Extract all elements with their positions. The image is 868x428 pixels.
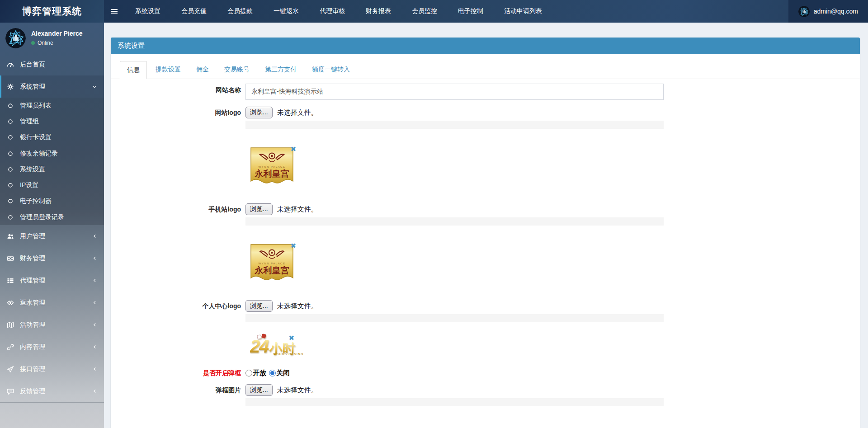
hamburger-icon	[111, 8, 118, 15]
remove-mobile-logo-icon[interactable]: ✖	[290, 242, 296, 249]
site-logo-upload-bar	[245, 121, 664, 129]
sidebar-subitem-system-settings[interactable]: 系统设置	[0, 161, 104, 177]
site-logo-preview: WYNN PALACE 永利皇宫 ✖	[250, 147, 294, 189]
sidebar-item-dashboard[interactable]: 后台首页	[0, 53, 104, 75]
sidebar-subitem-admin-login-log[interactable]: 管理员登录记录	[0, 209, 104, 225]
sidebar-item-content-management[interactable]: 内容管理	[0, 336, 104, 358]
popup-image-label: 弹框图片	[120, 384, 241, 406]
sidebar-item-user-management[interactable]: 用户管理	[0, 225, 104, 247]
sidebar-subitem-ip-settings[interactable]: IP设置	[0, 177, 104, 193]
sidebar-subitem-electronic-controller[interactable]: 电子控制器	[0, 193, 104, 209]
popup-open-radio[interactable]	[245, 370, 252, 376]
popup-close-radio[interactable]	[269, 370, 276, 376]
sidebar-subitem-bank-card-settings[interactable]: 银行卡设置	[0, 130, 104, 146]
tab-third-party-payment[interactable]: 第三方支付	[258, 61, 303, 79]
site-logo-no-file-text: 未选择文件。	[277, 108, 318, 117]
sidebar-subitem-admin-list[interactable]: 管理员列表	[0, 98, 104, 113]
navbar-links: 系统设置 会员充值 会员提款 一键返水 代理审核 财务报表 会员监控 电子控制 …	[125, 0, 552, 23]
sidebar-item-interface-management[interactable]: 接口管理	[0, 358, 104, 380]
personal-logo-upload-bar	[245, 314, 664, 322]
sidebar: Alexander Pierce Online 后台首页 系统管理 管理员列表 …	[0, 23, 104, 428]
tab-trade-account[interactable]: 交易账号	[217, 61, 256, 79]
tab-withdraw-settings[interactable]: 提款设置	[149, 61, 188, 79]
nav-item-system-settings[interactable]: 系统设置	[128, 0, 168, 23]
paper-plane-icon	[6, 366, 14, 373]
nav-item-activity-apply-list[interactable]: 活动申请列表	[497, 0, 549, 23]
mobile-logo-preview: WYNN PALACE 永利皇宫 ✖	[250, 244, 294, 286]
popup-image-no-file-text: 未选择文件。	[277, 386, 318, 395]
site-name-input[interactable]	[245, 84, 664, 100]
mobile-logo-label: 手机站logo	[120, 203, 241, 226]
content-area: 系统设置 信息 提款设置 佣金 交易账号 第三方支付 额度一键转入 网站名称	[104, 23, 868, 428]
circle-icon	[6, 214, 14, 221]
sidebar-menu: 后台首页 系统管理 管理员列表 管理组 银行卡设置 修改余额记录 系统设置	[0, 53, 104, 402]
user-email: admin@qq.com	[814, 8, 858, 15]
user-menu[interactable]: admin@qq.com	[788, 0, 868, 23]
nav-item-finance-report[interactable]: 财务报表	[359, 0, 398, 23]
popup-close-label[interactable]: 关闭	[276, 369, 290, 377]
sidebar-subitem-admin-group[interactable]: 管理组	[0, 113, 104, 129]
nav-item-member-withdraw[interactable]: 会员提款	[220, 0, 260, 23]
site-logo-label: 网站logo	[120, 106, 241, 129]
sidebar-user-status: Online	[38, 40, 53, 46]
tab-info[interactable]: 信息	[120, 61, 147, 79]
mobile-logo-browse-button[interactable]: 浏览...	[245, 203, 273, 215]
nav-item-one-key-rebate[interactable]: 一键返水	[266, 0, 306, 23]
diamonds-icon	[6, 299, 14, 306]
nav-item-member-deposit[interactable]: 会员充值	[174, 0, 214, 23]
list-icon	[6, 277, 14, 284]
box-title: 系统设置	[111, 38, 860, 54]
popup-open-label[interactable]: 开放	[253, 369, 266, 377]
site-logo-browse-button[interactable]: 浏览...	[245, 107, 273, 118]
circle-icon	[6, 166, 14, 173]
users-icon	[6, 233, 14, 240]
online-status-icon	[31, 41, 35, 45]
circle-icon	[6, 182, 14, 188]
mobile-logo-no-file-text: 未选择文件。	[277, 205, 318, 214]
personal-logo-label: 个人中心logo	[120, 300, 241, 322]
circle-icon	[6, 103, 14, 109]
sidebar-item-finance-management[interactable]: 财务管理	[0, 247, 104, 269]
chevron-left-icon	[92, 233, 98, 239]
sidebar-subitem-balance-change-log[interactable]: 修改余额记录	[0, 146, 104, 161]
svg-text:WYNN PALACE: WYNN PALACE	[259, 262, 286, 265]
remove-site-logo-icon[interactable]: ✖	[290, 146, 296, 152]
navbar: 系统设置 会员充值 会员提款 一键返水 代理审核 财务报表 会员监控 电子控制 …	[104, 0, 868, 23]
app-logo[interactable]: 博弈管理系统	[0, 0, 104, 23]
remove-personal-logo-icon[interactable]: ✖	[288, 334, 294, 341]
chevron-left-icon	[92, 322, 98, 328]
site-name-label: 网站名称	[120, 84, 241, 100]
tab-commission[interactable]: 佣金	[189, 61, 216, 79]
system-management-submenu: 管理员列表 管理组 银行卡设置 修改余额记录 系统设置 IP设置 电子控制器	[0, 98, 104, 225]
dice-icon	[257, 334, 262, 339]
sidebar-item-rebate-management[interactable]: 返水管理	[0, 292, 104, 314]
chevron-down-icon	[91, 84, 98, 90]
popup-toggle-label: 是否开启弹框	[120, 367, 241, 379]
sidebar-item-system-management[interactable]: 系统管理	[0, 75, 104, 98]
personal-logo-no-file-text: 未选择文件。	[277, 302, 318, 310]
mobile-logo-upload-bar	[245, 217, 664, 226]
sidebar-toggle-button[interactable]	[104, 0, 125, 23]
personal-logo-preview: 24 小时 HOURS CASINO ✖	[250, 337, 304, 355]
popup-image-upload-bar	[245, 398, 664, 406]
personal-logo-browse-button[interactable]: 浏览...	[245, 300, 273, 312]
gear-icon	[6, 83, 14, 90]
nav-item-agent-review[interactable]: 代理审核	[312, 0, 352, 23]
settings-form: 网站名称 网站logo 浏览... 未选择文件。	[111, 79, 860, 428]
system-settings-box: 系统设置 信息 提款设置 佣金 交易账号 第三方支付 额度一键转入 网站名称	[111, 38, 860, 428]
circle-icon	[6, 118, 14, 125]
popup-image-browse-button[interactable]: 浏览...	[245, 384, 273, 396]
tab-quota-transfer[interactable]: 额度一键转入	[305, 61, 357, 79]
circle-icon	[6, 134, 14, 141]
sidebar-item-agent-management[interactable]: 代理管理	[0, 269, 104, 292]
sidebar-item-feedback-management[interactable]: 反馈管理	[0, 380, 104, 402]
circle-icon	[6, 198, 14, 204]
user-avatar-icon	[798, 6, 810, 17]
svg-text:WYNN PALACE: WYNN PALACE	[259, 165, 286, 168]
sidebar-item-activity-management[interactable]: 活动管理	[0, 314, 104, 336]
wynn-palace-logo-image: WYNN PALACE 永利皇宫	[250, 147, 294, 188]
sidebar-user-panel: Alexander Pierce Online	[0, 23, 104, 53]
nav-item-member-monitor[interactable]: 会员监控	[405, 0, 444, 23]
settings-tabs: 信息 提款设置 佣金 交易账号 第三方支付 额度一键转入	[111, 54, 860, 79]
nav-item-electronic-control[interactable]: 电子控制	[451, 0, 491, 23]
